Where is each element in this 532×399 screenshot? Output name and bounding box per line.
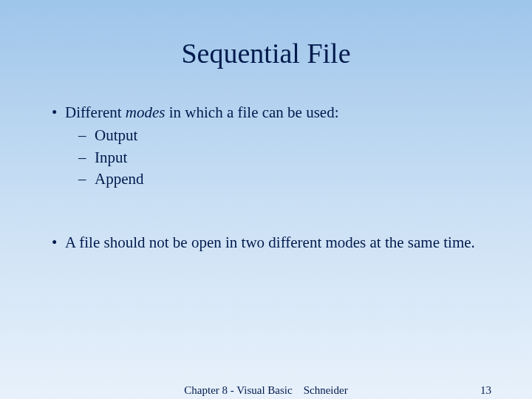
bullet-dot-icon: • — [52, 233, 57, 253]
bullet-modes-suffix: in which a file can be used: — [166, 103, 339, 121]
sub-input-label: Input — [95, 149, 127, 166]
slide-container: Sequential File • Different modes in whi… — [0, 0, 532, 399]
footer-chapter: Chapter 8 - Visual Basic Schneider — [184, 384, 347, 397]
footer-page-number: 13 — [480, 384, 491, 397]
bullet-modes-italic: modes — [126, 103, 166, 121]
bullet-modes: • Different modes in which a file can be… — [52, 103, 480, 189]
sub-input: – Input — [78, 148, 480, 168]
dash-icon: – — [78, 126, 86, 146]
bullet-dot-icon: • — [52, 103, 57, 123]
dash-icon: – — [78, 148, 86, 168]
modes-sublist: – Output – Input – Append — [78, 126, 480, 189]
sub-output-label: Output — [95, 126, 137, 144]
spacer — [52, 192, 480, 233]
bullet-warning: • A file should not be open in two diffe… — [52, 233, 480, 253]
sub-append-label: Append — [95, 170, 144, 188]
sub-append: – Append — [78, 169, 480, 189]
bullet-modes-prefix: Different — [65, 103, 126, 121]
dash-icon: – — [78, 169, 86, 189]
sub-output: – Output — [78, 126, 480, 146]
slide-title: Sequential File — [52, 37, 480, 69]
slide-content: • Different modes in which a file can be… — [52, 103, 480, 253]
bullet-warning-text: A file should not be open in two differe… — [65, 233, 475, 251]
bullet-modes-text: Different modes in which a file can be u… — [65, 103, 339, 121]
